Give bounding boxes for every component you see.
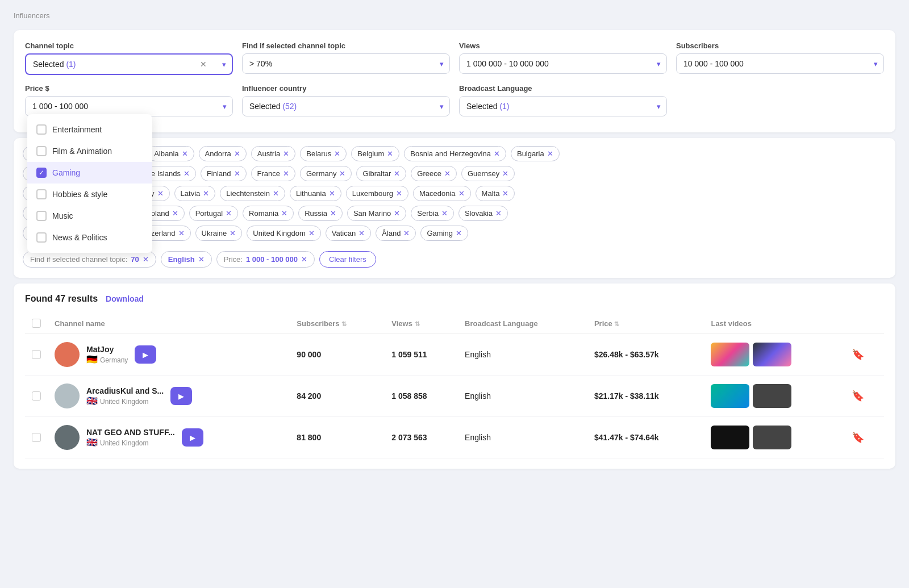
tag-remove-icon[interactable]: ✕ — [273, 190, 279, 197]
video-thumb-2[interactable] — [753, 384, 791, 408]
tag-item: Malta✕ — [476, 186, 515, 201]
tag-remove-icon[interactable]: ✕ — [182, 150, 188, 157]
subscriber-count: 84 200 — [297, 391, 321, 401]
entertainment-checkbox[interactable] — [36, 124, 47, 135]
tag-remove-icon[interactable]: ✕ — [358, 230, 365, 237]
influencer-country-dropdown[interactable]: Selected (52) ▾ — [242, 96, 450, 116]
channel-topic-clear[interactable]: ✕ — [200, 60, 207, 69]
play-button[interactable]: ▶ — [170, 387, 192, 405]
tag-remove-icon[interactable]: ✕ — [494, 150, 500, 157]
tag-remove-icon[interactable]: ✕ — [184, 170, 190, 177]
menu-item-gaming[interactable]: ✓ Gaming — [27, 162, 152, 184]
tag-remove-icon[interactable]: ✕ — [441, 210, 448, 217]
filter-row-2: Price $ 1 000 - 100 000 ▾ Influencer cou… — [25, 84, 884, 116]
remove-find-if-filter[interactable]: ✕ — [143, 255, 149, 264]
tag-remove-icon[interactable]: ✕ — [283, 150, 289, 157]
tag-remove-icon[interactable]: ✕ — [283, 170, 289, 177]
remove-english-filter[interactable]: ✕ — [198, 255, 205, 264]
tag-remove-icon[interactable]: ✕ — [387, 150, 393, 157]
tag-remove-icon[interactable]: ✕ — [281, 210, 287, 217]
tag-remove-icon[interactable]: ✕ — [394, 210, 400, 217]
row-checkbox[interactable] — [32, 350, 41, 359]
menu-item-film[interactable]: Film & Animation — [27, 140, 152, 162]
col-header-price[interactable]: Price ⇅ — [587, 313, 704, 334]
tag-remove-icon[interactable]: ✕ — [495, 210, 502, 217]
col-header-subscribers[interactable]: Subscribers ⇅ — [290, 313, 385, 334]
video-thumb-1[interactable] — [711, 343, 749, 366]
subscriber-count: 90 000 — [297, 350, 321, 359]
tag-remove-icon[interactable]: ✕ — [226, 210, 232, 217]
bookmark-icon[interactable]: 🔖 — [852, 349, 864, 360]
tag-remove-icon[interactable]: ✕ — [456, 230, 462, 237]
tag-remove-icon[interactable]: ✕ — [502, 190, 508, 197]
channel-topic-dropdown[interactable]: Selected (1) ✕ ▾ — [25, 53, 233, 75]
music-checkbox[interactable] — [36, 211, 47, 221]
tag-remove-icon[interactable]: ✕ — [444, 170, 451, 177]
tag-remove-icon[interactable]: ✕ — [396, 190, 402, 197]
tag-remove-icon[interactable]: ✕ — [394, 170, 400, 177]
menu-item-hobbies[interactable]: Hobbies & style — [27, 184, 152, 205]
channel-topic-label: Channel topic — [25, 41, 233, 50]
tag-item: Åland✕ — [376, 226, 416, 241]
bookmark-icon[interactable]: 🔖 — [852, 390, 864, 402]
price-dropdown[interactable]: 1 000 - 100 000 ▾ — [25, 96, 233, 116]
views-dropdown[interactable]: 1 000 000 - 10 000 000 ▾ — [459, 53, 667, 74]
tag-remove-icon[interactable]: ✕ — [339, 170, 345, 177]
row-checkbox[interactable] — [32, 433, 41, 442]
video-thumb-1[interactable] — [711, 426, 749, 449]
select-all-checkbox[interactable] — [32, 319, 41, 328]
tag-item: San Marino✕ — [347, 206, 406, 221]
subscribers-chevron: ▾ — [874, 60, 878, 68]
tag-remove-icon[interactable]: ✕ — [502, 170, 508, 177]
tag-remove-icon[interactable]: ✕ — [203, 190, 209, 197]
channel-topic-group: Channel topic Selected (1) ✕ ▾ — [25, 41, 233, 75]
tag-remove-icon[interactable]: ✕ — [178, 230, 185, 237]
row-checkbox[interactable] — [32, 391, 41, 401]
menu-item-news[interactable]: News & Politics — [27, 227, 152, 248]
influencer-country-label: Influencer country — [242, 84, 450, 93]
tag-item: Slovakia✕ — [458, 206, 508, 221]
clear-filters-button[interactable]: Clear filters — [319, 251, 376, 268]
channel-name: MatJoy — [86, 345, 128, 354]
subscribers-dropdown[interactable]: 10 000 - 100 000 ▾ — [676, 53, 884, 74]
tag-item: Andorra✕ — [199, 146, 247, 161]
tag-remove-icon[interactable]: ✕ — [234, 170, 240, 177]
download-link[interactable]: Download — [106, 294, 144, 303]
tag-remove-icon[interactable]: ✕ — [234, 150, 240, 157]
views-value: 1 000 000 - 10 000 000 — [466, 59, 549, 68]
menu-item-music[interactable]: Music — [27, 205, 152, 227]
broadcast-language: English — [458, 376, 587, 417]
tag-remove-icon[interactable]: ✕ — [157, 190, 164, 197]
tags-row-2: Denmark✕Estonia✕Faroe Islands✕Finland✕Fr… — [23, 166, 886, 181]
remove-price-filter[interactable]: ✕ — [301, 255, 307, 264]
influencer-country-chevron: ▾ — [440, 102, 444, 111]
find-if-dropdown[interactable]: > 70% ▾ — [242, 53, 450, 74]
broadcast-language-dropdown[interactable]: Selected (1) ▾ — [459, 96, 667, 116]
play-button[interactable]: ▶ — [135, 345, 156, 364]
tag-remove-icon[interactable]: ✕ — [330, 210, 336, 217]
tag-remove-icon[interactable]: ✕ — [403, 230, 410, 237]
hobbies-checkbox[interactable] — [36, 189, 47, 199]
channel-name: ArcadiusKul and S... — [86, 386, 164, 395]
bookmark-icon[interactable]: 🔖 — [852, 432, 864, 443]
tag-remove-icon[interactable]: ✕ — [334, 150, 340, 157]
menu-item-entertainment[interactable]: Entertainment — [27, 119, 152, 140]
tag-item: Vatican✕ — [326, 226, 371, 241]
tag-remove-icon[interactable]: ✕ — [230, 230, 236, 237]
subscribers-label: Subscribers — [676, 41, 884, 50]
tag-remove-icon[interactable]: ✕ — [458, 190, 465, 197]
video-thumb-2[interactable] — [753, 426, 791, 449]
video-thumb-1[interactable] — [711, 384, 749, 408]
play-button[interactable]: ▶ — [182, 428, 203, 447]
tag-remove-icon[interactable]: ✕ — [172, 210, 178, 217]
film-checkbox[interactable] — [36, 146, 47, 156]
gaming-checkbox[interactable]: ✓ — [36, 168, 47, 178]
tag-remove-icon[interactable]: ✕ — [547, 150, 553, 157]
tag-remove-icon[interactable]: ✕ — [308, 230, 315, 237]
video-thumb-2[interactable] — [753, 343, 791, 366]
tag-remove-icon[interactable]: ✕ — [329, 190, 335, 197]
col-header-views[interactable]: Views ⇅ — [385, 313, 458, 334]
channel-topic-chevron: ▾ — [222, 60, 226, 69]
news-checkbox[interactable] — [36, 232, 47, 243]
subscriber-count: 81 800 — [297, 433, 321, 442]
